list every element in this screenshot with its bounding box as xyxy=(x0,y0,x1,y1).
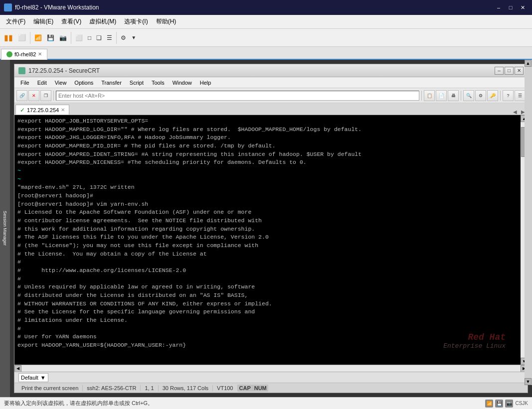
toolbar-settings-btn[interactable]: ⚙ xyxy=(119,31,128,45)
status-num: NUM xyxy=(253,385,268,392)
menu-edit[interactable]: 编辑(E) xyxy=(29,16,57,27)
term-line-9: "mapred-env.sh" 27L, 1372C written xyxy=(17,183,518,192)
toolbar-btn1[interactable]: ⬜ xyxy=(16,31,28,45)
term-line-20: # xyxy=(17,275,518,283)
scrt-tb-paste[interactable]: 📄 xyxy=(436,90,447,101)
scrt-menu-help[interactable]: Help xyxy=(196,79,215,87)
redhat-logo-text: Red Hat xyxy=(443,332,506,342)
app-title: f0-rhel82 - VMware Workstation xyxy=(15,4,99,11)
toolbar-sep1 xyxy=(30,32,30,44)
session-dropdown[interactable]: Default ▼ xyxy=(18,373,48,382)
vmware-hint-text: 要将输入定向到该虚拟机，请在虚拟机内部单击或按 Ctrl+G。 xyxy=(4,400,153,407)
scrt-menu-options[interactable]: Options xyxy=(70,79,97,87)
scrt-tb-clone[interactable]: ❐ xyxy=(40,90,51,101)
vm-tab-icon xyxy=(6,51,12,57)
menu-view[interactable]: 查看(V) xyxy=(57,16,85,27)
menu-tabs[interactable]: 选项卡(I) xyxy=(120,16,152,27)
term-line-17: # the License. You may obtain a copy of … xyxy=(17,250,518,259)
toolbar-usb-btn[interactable]: 💾 xyxy=(45,31,56,45)
term-line-16: # (the "License"); you may not use this … xyxy=(17,242,518,250)
scrt-title-label: 172.25.0.254 - SecureCRT xyxy=(28,67,100,74)
toolbar-network-btn[interactable]: 📶 xyxy=(32,31,44,45)
scrt-tab-prev-btn[interactable]: ◀ xyxy=(512,109,519,115)
vm-tab-label: f0-rhel82 xyxy=(14,51,36,57)
scrt-menu-window[interactable]: Window xyxy=(169,79,196,87)
scrt-menu-script[interactable]: Script xyxy=(126,79,148,87)
scrt-tb-find[interactable]: 🔍 xyxy=(463,90,474,101)
scrt-close-btn[interactable]: ✕ xyxy=(515,67,524,75)
scrt-menu-edit[interactable]: Edit xyxy=(33,79,51,87)
close-button[interactable]: ✕ xyxy=(517,2,528,13)
vmware-scrollbar[interactable]: ▲ ▼ xyxy=(525,60,532,385)
window-controls: – □ ✕ xyxy=(493,2,528,13)
main-content: ▲ ▼ Session Manager 172.25.0.254 - Secur… xyxy=(0,60,532,397)
scrt-tb-sep2 xyxy=(421,91,422,101)
term-line-25: # limitations under the License. xyxy=(17,316,518,325)
status-position: 1, 1 xyxy=(141,385,158,391)
scrt-tb-extra[interactable]: ☰ xyxy=(515,90,526,101)
toolbar-scale-btn[interactable]: ❏ xyxy=(94,31,104,45)
menu-help[interactable]: 帮助(H) xyxy=(152,16,180,27)
scrt-maximize-btn[interactable]: □ xyxy=(505,67,514,75)
scrt-menu-file[interactable]: File xyxy=(16,79,33,87)
scrt-tab-area: ✓ 172.25.0.254 ✕ ◀ ▶ xyxy=(14,103,528,115)
scrt-tb-copy[interactable]: 📋 xyxy=(424,90,435,101)
term-line-3: #export HADOOP_JHS_LOGGER=INFO,RFA # Had… xyxy=(17,134,518,142)
scrt-tb-print[interactable]: 🖶 xyxy=(448,90,459,101)
term-line-8: ~ xyxy=(17,175,518,184)
menu-file[interactable]: 文件(F) xyxy=(2,16,29,27)
scroll-up-btn[interactable]: ▲ xyxy=(525,60,532,67)
toolbar-extra-btn[interactable]: ☰ xyxy=(105,31,114,45)
scrt-tab-close-icon[interactable]: ✕ xyxy=(61,107,65,113)
vm-tab-close-icon[interactable]: ✕ xyxy=(38,51,42,57)
term-line-4: #export HADOOP_MAPRED_PID_DIR= # The pid… xyxy=(17,142,518,150)
term-line-11: [root@server1 hadoop]# vim yarn-env.sh xyxy=(17,200,518,209)
toolbar-dropdown-btn[interactable]: ▼ xyxy=(129,31,138,45)
term-line-23: # WITHOUT WARRANTIES OR CONDITIONS OF AN… xyxy=(17,300,518,308)
scrt-tb-connect[interactable]: 🔗 xyxy=(16,90,27,101)
vmware-icon xyxy=(4,3,12,11)
title-bar: f0-rhel82 - VMware Workstation – □ ✕ xyxy=(0,0,532,15)
vmware-icon-1: 📶 xyxy=(485,400,493,408)
status-vt: VT100 xyxy=(213,385,237,391)
scrt-minimize-btn[interactable]: – xyxy=(495,67,504,75)
scroll-down-btn[interactable]: ▼ xyxy=(525,378,532,385)
scrt-menu-view[interactable]: View xyxy=(51,79,71,87)
scrt-tb-help[interactable]: ? xyxy=(503,90,514,101)
session-manager-panel[interactable]: Session Manager xyxy=(0,60,10,397)
maximize-button[interactable]: □ xyxy=(505,2,516,13)
terminal-area[interactable]: #export HADOOP_JOB_HISTORYSERVER_OPTS= #… xyxy=(14,115,521,365)
term-line-24: # See the License for the specific langu… xyxy=(17,308,518,316)
vmware-toolbar: ▮▮ ⬜ 📶 💾 📷 ⬜ □ ❏ ☰ ⚙ ▼ xyxy=(0,29,532,47)
scrt-tb-settings[interactable]: ⚙ xyxy=(475,90,486,101)
scrt-host-input[interactable] xyxy=(56,91,419,101)
securecrt-window: 172.25.0.254 - SecureCRT – □ ✕ File Edit… xyxy=(14,64,528,393)
toolbar-pause-button[interactable]: ▮▮ xyxy=(2,31,15,45)
scrt-tb-disconnect[interactable]: ✕ xyxy=(28,90,39,101)
scrt-tb-key[interactable]: 🔑 xyxy=(487,90,498,101)
toolbar-snapshot-btn[interactable]: 📷 xyxy=(57,31,69,45)
status-rows-cols: 30 Rows, 117 Cols xyxy=(159,385,213,391)
vmware-tab-bar: f0-rhel82 ✕ xyxy=(0,47,532,60)
vmware-menu-bar: 文件(F) 编辑(E) 查看(V) 虚拟机(M) 选项卡(I) 帮助(H) xyxy=(0,15,532,29)
scrt-title-bar: 172.25.0.254 - SecureCRT – □ ✕ xyxy=(14,64,528,77)
term-hscrollbar[interactable]: ◀ ▶ xyxy=(14,365,528,372)
minimize-button[interactable]: – xyxy=(493,2,504,13)
scrt-menu-tools[interactable]: Tools xyxy=(148,79,169,87)
scrt-menu-transfer[interactable]: Transfer xyxy=(97,79,126,87)
vmware-icon-3: 📷 xyxy=(505,400,513,408)
vmware-hint-bar: 要将输入定向到该虚拟机，请在虚拟机内部单击或按 Ctrl+G。 📶 💾 📷 CS… xyxy=(0,397,532,409)
term-line-1: #export HADOOP_JOB_HISTORYSERVER_OPTS= xyxy=(17,117,518,126)
status-encryption: ssh2: AES-256-CTR xyxy=(83,385,141,391)
hscroll-left-btn[interactable]: ◀ xyxy=(14,365,21,372)
menu-vm[interactable]: 虚拟机(M) xyxy=(85,16,120,27)
term-line-12: # Licensed to the Apache Software Founda… xyxy=(17,208,518,217)
term-line-13: # contributor license agreements. See th… xyxy=(17,217,518,225)
toolbar-fullscreen-btn[interactable]: ⬜ xyxy=(73,31,85,45)
term-line-26: # xyxy=(17,325,518,333)
scrt-session-tab[interactable]: ✓ 172.25.0.254 ✕ xyxy=(15,105,69,115)
redhat-subtitle: Enterprise Linux xyxy=(443,342,506,350)
toolbar-unity-btn[interactable]: □ xyxy=(86,31,93,45)
vmware-keyboard-text: CSJK xyxy=(515,401,528,406)
vm-tab-active[interactable]: f0-rhel82 ✕ xyxy=(1,49,47,60)
